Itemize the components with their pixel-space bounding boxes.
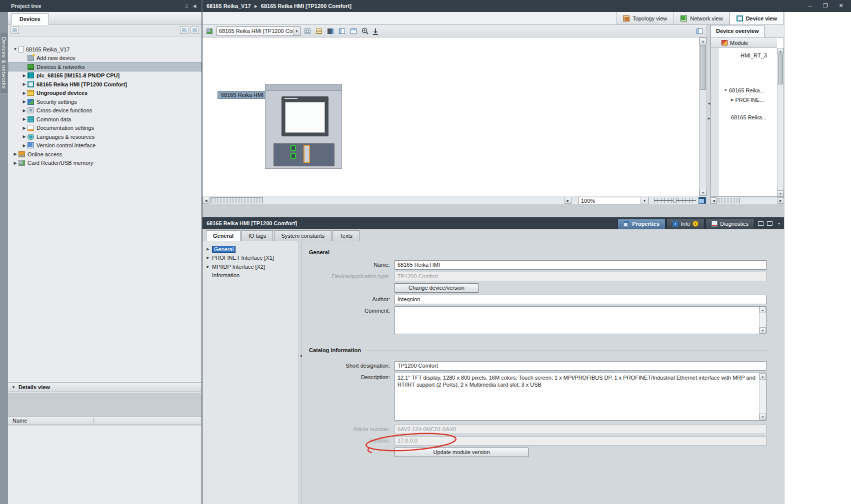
collapse-panel-icon[interactable]: ◀: [190, 2, 198, 9]
expander-icon[interactable]: ▶: [206, 247, 210, 251]
split-view-icon[interactable]: [338, 27, 346, 35]
expander-icon[interactable]: ▶: [21, 108, 28, 113]
tab-device-view[interactable]: Device view: [730, 12, 784, 24]
update-module-version-button[interactable]: Update module version: [394, 448, 528, 457]
scroll-down-icon[interactable]: ▼: [760, 327, 766, 334]
scroll-up-icon[interactable]: ▲: [700, 37, 706, 44]
textarea-scrollbar[interactable]: ▲▼: [759, 307, 766, 334]
expander-icon[interactable]: ▼: [724, 88, 728, 92]
tree-item-common-data[interactable]: ▶ Common data: [8, 115, 202, 124]
tree-item-card-reader[interactable]: ▶ Card Reader/USB memory: [8, 159, 202, 168]
expander-icon[interactable]: ▶: [21, 143, 28, 148]
scroll-right-icon[interactable]: ▶: [564, 197, 572, 204]
table-view-icon[interactable]: [349, 27, 358, 35]
float-panel-icon[interactable]: [758, 221, 764, 226]
nav-item-information[interactable]: Information: [202, 271, 298, 280]
chevron-down-icon[interactable]: ▼: [640, 197, 648, 204]
rail-tab-devices-networks[interactable]: Devices & networks: [0, 33, 8, 93]
close-button[interactable]: ✕: [835, 1, 847, 10]
pin-panel-icon[interactable]: ▯: [182, 2, 190, 9]
module-column-header[interactable]: Module: [711, 38, 777, 48]
export-icon[interactable]: [372, 27, 379, 35]
expander-icon[interactable]: ▶: [731, 98, 734, 102]
details-view-header[interactable]: ▼ Details view: [8, 382, 202, 392]
tab-devices[interactable]: Devices: [11, 13, 49, 25]
nav-splitter[interactable]: ◀: [298, 241, 302, 504]
scroll-left-icon[interactable]: ◀: [710, 197, 717, 204]
subtab-texts[interactable]: Texts: [332, 230, 360, 241]
tab-network-view[interactable]: Network view: [674, 12, 729, 24]
sort-view-icon[interactable]: [180, 26, 188, 34]
hmi-device-label[interactable]: 68165 Reika HMI: [218, 91, 267, 99]
overview-row-hmi-rt[interactable]: HMI_RT_3: [740, 51, 767, 59]
canvas-vertical-scrollbar[interactable]: ▲ ▼: [699, 37, 706, 196]
expander-icon[interactable]: ▶: [21, 126, 28, 130]
fit-to-window-icon[interactable]: [698, 197, 706, 204]
scroll-up-icon[interactable]: ▲: [760, 373, 766, 380]
tree-item-security-settings[interactable]: ▶ Security settings: [8, 97, 202, 106]
subtab-io-tags[interactable]: IO tags: [242, 230, 273, 241]
change-device-version-button[interactable]: Change device/version: [394, 283, 478, 293]
tree-item-add-new-device[interactable]: Add new device: [8, 54, 202, 63]
subtab-general[interactable]: General: [206, 230, 240, 241]
chevron-down-icon[interactable]: ▼: [293, 27, 300, 35]
textarea-scrollbar[interactable]: ▲▼: [759, 373, 766, 420]
tree-item-cross-device-functions[interactable]: ▶ ✕ Cross-device functions: [8, 106, 202, 115]
scroll-thumb[interactable]: [700, 45, 706, 90]
scroll-thumb[interactable]: [718, 198, 740, 203]
expander-icon[interactable]: ▶: [12, 152, 18, 156]
tab-device-overview[interactable]: Device overview: [710, 25, 764, 37]
scroll-right-icon[interactable]: ▶: [778, 197, 784, 204]
collapse-panel-icon[interactable]: ▾: [776, 221, 782, 226]
tree-item-project-root[interactable]: ▼ 68165 Reika_V17: [8, 45, 202, 54]
column-view-icon[interactable]: [190, 26, 199, 34]
zoom-in-icon[interactable]: [360, 27, 370, 35]
show-labels-icon[interactable]: [314, 27, 324, 35]
overview-row-device2[interactable]: 68165 Reika...: [731, 113, 766, 121]
expander-icon[interactable]: ▶: [206, 256, 210, 260]
breadcrumb-project[interactable]: 68165 Reika_V17: [206, 3, 251, 9]
scroll-up-icon[interactable]: ▲: [778, 48, 784, 54]
scroll-left-icon[interactable]: ◀: [202, 197, 210, 204]
scroll-down-icon[interactable]: ▼: [700, 189, 706, 196]
tree-item-hmi[interactable]: ▶ 68165 Reika HMI [TP1200 Comfort]: [8, 80, 202, 89]
tab-diagnostics[interactable]: Diagnostics: [706, 219, 754, 229]
dock-panel-icon[interactable]: [767, 221, 772, 226]
tab-properties[interactable]: Properties: [618, 219, 665, 229]
scroll-down-icon[interactable]: ▼: [778, 190, 784, 196]
subtab-system-constants[interactable]: System constants: [274, 230, 332, 241]
expander-icon[interactable]: ▼: [12, 47, 18, 51]
overview-splitter[interactable]: ◀ ▶: [706, 25, 710, 204]
page-preview-icon[interactable]: [695, 27, 704, 35]
expander-icon[interactable]: ▶: [21, 134, 28, 139]
expander-icon[interactable]: ▶: [206, 265, 210, 269]
expander-icon[interactable]: ▶: [21, 117, 28, 121]
grid-view-icon[interactable]: [303, 27, 312, 35]
restore-button[interactable]: ❐: [820, 1, 832, 10]
tree-item-ungrouped-devices[interactable]: ▶ Ungrouped devices: [8, 89, 202, 98]
minimize-button[interactable]: –: [804, 1, 816, 10]
name-input[interactable]: 68165 Reika HMI: [394, 260, 766, 270]
tab-topology-view[interactable]: Topology view: [616, 12, 674, 24]
tree-options-icon[interactable]: [10, 26, 19, 34]
overview-row-profinet[interactable]: ▶ PROFINE...: [731, 95, 764, 104]
slider-thumb[interactable]: [673, 198, 676, 203]
tree-item-documentation-settings[interactable]: ▶ Documentation settings: [8, 124, 202, 133]
expander-icon[interactable]: ▶: [12, 161, 18, 165]
device-view-canvas[interactable]: 68165 Reika HMI: [202, 37, 699, 196]
expander-icon[interactable]: ▶: [21, 99, 28, 104]
scroll-thumb[interactable]: [210, 197, 263, 203]
tab-info[interactable]: i Info i: [666, 219, 704, 229]
nav-item-general[interactable]: ▶ General: [202, 245, 298, 254]
tree-item-version-control[interactable]: ▶ Version control interface: [8, 141, 202, 150]
overview-horizontal-scrollbar[interactable]: ◀ ▶: [710, 197, 784, 204]
scroll-thumb[interactable]: [778, 54, 783, 84]
device-select[interactable]: 68165 Reika HMI [TP1200 Cor ▼: [216, 26, 300, 36]
tree-item-devices-networks[interactable]: Devices & networks: [8, 62, 202, 71]
details-name-column-header[interactable]: Name: [8, 416, 202, 425]
zoom-select[interactable]: 100% ▼: [578, 197, 648, 204]
nav-item-mpi-dp[interactable]: ▶ MPI/DP Interface [X2]: [202, 262, 298, 271]
expander-icon[interactable]: ▶: [21, 91, 28, 95]
zoom-slider[interactable]: [654, 198, 696, 203]
author-input[interactable]: Inteqnion: [394, 295, 766, 304]
